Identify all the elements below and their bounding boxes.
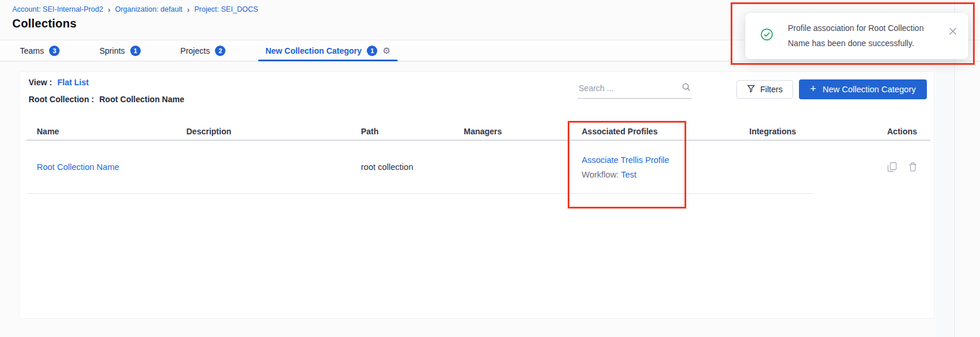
right-panel-strip <box>936 63 954 337</box>
table-row: Root Collection Name root collection Ass… <box>26 141 930 193</box>
workflow-label: Workflow: <box>582 170 618 179</box>
new-collection-category-button[interactable]: + New Collection Category <box>799 79 927 99</box>
new-collection-category-button-label: New Collection Category <box>822 85 916 94</box>
column-header-name: Name <box>26 127 176 136</box>
table-row-divider <box>26 193 814 194</box>
page-title: Collections <box>12 17 77 30</box>
breadcrumb-project-link[interactable]: Project: SEI_DOCS <box>194 5 258 13</box>
search-icon <box>682 82 691 94</box>
root-collection-value: Root Collection Name <box>99 95 184 104</box>
plus-icon: + <box>810 84 816 95</box>
column-header-associated-profiles: Associated Profiles <box>571 127 739 136</box>
chevron-right-icon: › <box>187 5 189 13</box>
tab-projects-label: Projects <box>180 46 210 55</box>
tab-projects[interactable]: Projects 2 <box>180 40 226 61</box>
root-collection-label: Root Collection : <box>29 95 94 104</box>
tab-teams-label: Teams <box>20 46 44 55</box>
workflow-line: Workflow: Test <box>582 170 739 179</box>
tab-new-collection-category-label: New Collection Category <box>265 46 362 55</box>
workflow-test-link[interactable]: Test <box>621 170 637 179</box>
tab-projects-count-badge: 2 <box>215 46 225 56</box>
filters-button[interactable]: Filters <box>736 80 793 99</box>
toast-message: Profile association for Root Collection … <box>788 20 941 51</box>
cell-actions <box>877 162 930 172</box>
table-toolbar: Filters + New Collection Category <box>578 79 927 99</box>
trash-icon[interactable] <box>908 162 918 172</box>
success-toast: Profile association for Root Collection … <box>745 13 968 59</box>
tab-teams[interactable]: Teams 3 <box>20 40 60 61</box>
column-header-path: Path <box>350 127 453 136</box>
tab-sprints-count-badge: 1 <box>130 46 141 56</box>
tab-sprints-label: Sprints <box>99 46 125 55</box>
copy-icon[interactable] <box>887 162 897 172</box>
check-circle-icon <box>760 28 773 41</box>
search-input[interactable] <box>579 84 678 93</box>
flat-list-link[interactable]: Flat List <box>57 78 89 87</box>
chevron-right-icon: › <box>108 5 110 13</box>
column-header-actions: Actions <box>877 127 930 136</box>
filters-button-label: Filters <box>760 85 783 94</box>
root-collection-row: Root Collection : Root Collection Name <box>29 95 184 104</box>
breadcrumb-account-link[interactable]: Account: SEI-Internal-Prod2 <box>12 5 103 13</box>
column-header-integrations: Integrations <box>739 127 877 136</box>
associate-trellis-profile-link[interactable]: Associate Trellis Profile <box>582 155 739 165</box>
tab-sprints[interactable]: Sprints 1 <box>99 40 141 61</box>
collection-name-link[interactable]: Root Collection Name <box>37 162 119 172</box>
search-box <box>578 80 692 99</box>
tab-new-collection-category-count-badge: 1 <box>367 46 377 56</box>
column-header-description: Description <box>176 127 350 136</box>
breadcrumb: Account: SEI-Internal-Prod2 › Organizati… <box>12 5 258 13</box>
column-header-managers: Managers <box>453 127 571 136</box>
tab-teams-count-badge: 3 <box>49 46 60 56</box>
view-label: View : <box>29 78 52 87</box>
table-header-row: Name Description Path Managers Associate… <box>26 127 930 136</box>
view-row: View : Flat List <box>29 78 89 87</box>
gear-icon[interactable]: ⚙ <box>383 46 390 55</box>
cell-associated-profiles: Associate Trellis Profile Workflow: Test <box>571 155 739 179</box>
collections-panel: View : Flat List Root Collection : Root … <box>19 71 934 319</box>
close-icon[interactable] <box>947 25 959 37</box>
tab-new-collection-category[interactable]: New Collection Category 1 ⚙ <box>265 40 390 61</box>
filter-funnel-icon <box>747 85 755 95</box>
breadcrumb-organization-link[interactable]: Organization: default <box>115 5 182 13</box>
cell-path: root collection <box>350 162 453 172</box>
